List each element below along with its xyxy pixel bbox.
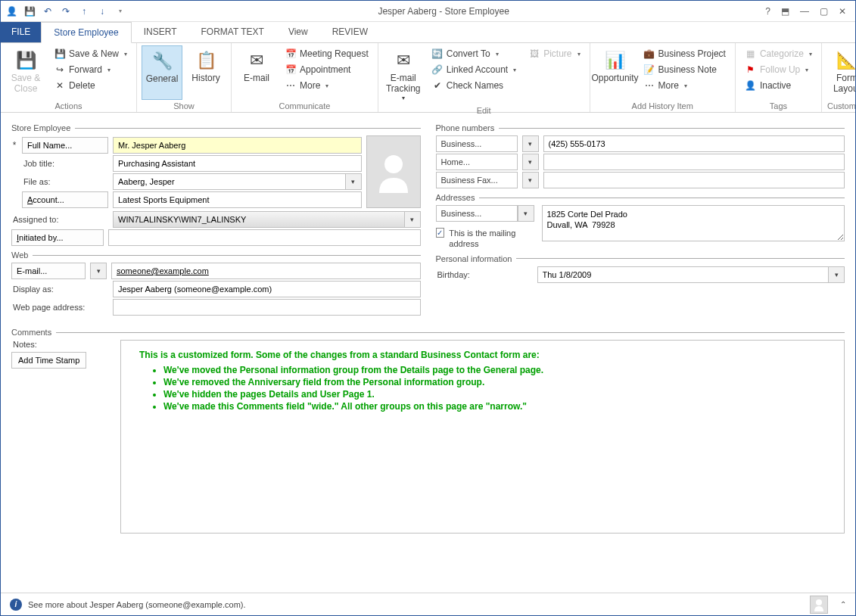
phone-fax-field[interactable] <box>543 172 845 188</box>
prev-arrow-icon[interactable]: ↑ <box>78 5 90 17</box>
file-as-dropdown[interactable]: ▾ <box>345 173 362 190</box>
general-button[interactable]: 🔧General <box>142 45 182 100</box>
contact-photo[interactable] <box>366 135 421 208</box>
birthday-label: Birthday: <box>436 270 533 279</box>
assigned-dropdown[interactable]: ▾ <box>404 211 421 228</box>
redo-icon[interactable]: ↷ <box>60 5 72 17</box>
phone-home-select[interactable]: Home... <box>436 154 518 170</box>
birthday-dropdown[interactable]: ▾ <box>828 266 845 283</box>
mailing-checkbox[interactable]: ✓ <box>436 228 445 238</box>
comm-more-button[interactable]: ⋯More <box>282 79 372 92</box>
meeting-button[interactable]: 📅Meeting Request <box>282 47 372 61</box>
web-field[interactable] <box>113 299 421 316</box>
undo-icon[interactable]: ↶ <box>42 5 54 17</box>
forward-button[interactable]: ↪Forward <box>51 63 130 76</box>
save-close-label: Save & Close <box>7 73 45 95</box>
inactive-button[interactable]: 👤Inactive <box>742 79 815 92</box>
addr-business-select[interactable]: Business... <box>436 205 518 222</box>
email-dropdown[interactable]: ▾ <box>90 263 107 279</box>
linked-button[interactable]: 🔗Linked Account <box>428 63 519 76</box>
save-icon[interactable]: 💾 <box>23 5 36 17</box>
info-icon[interactable]: i <box>10 599 22 611</box>
job-title-field[interactable] <box>113 155 362 172</box>
meeting-icon: 📅 <box>285 48 297 60</box>
assigned-field[interactable] <box>113 211 404 228</box>
tab-review[interactable]: REVIEW <box>320 22 380 42</box>
phone-business-select[interactable]: Business... <box>436 135 518 152</box>
email-button-field[interactable]: E-mail... <box>11 263 86 279</box>
appointment-icon: 📅 <box>285 64 297 76</box>
full-name-button[interactable]: Full Name... <box>22 137 108 154</box>
email-button[interactable]: ✉E-mail <box>236 45 277 100</box>
general-icon: 🔧 <box>150 49 174 73</box>
qat-dropdown-icon[interactable]: ▾ <box>114 5 126 17</box>
opportunity-button[interactable]: 📊Opportunity <box>595 45 636 100</box>
history-button[interactable]: 📋History <box>185 45 226 100</box>
phone-home-field[interactable] <box>543 154 845 170</box>
help-icon[interactable]: ? <box>765 6 770 17</box>
full-name-field[interactable] <box>113 137 362 154</box>
save-new-button[interactable]: 💾Save & New <box>51 47 130 61</box>
group-edit-label: Edit <box>383 104 585 117</box>
tab-store-employee[interactable]: Store Employee <box>41 22 131 43</box>
display-as-field[interactable] <box>113 281 421 297</box>
ribbon-toggle-icon[interactable]: ⬒ <box>781 6 789 17</box>
form-layout-button[interactable]: 📐Form Layout <box>826 45 856 100</box>
forward-icon: ↪ <box>54 64 66 76</box>
phone-business-dd[interactable]: ▾ <box>522 135 539 152</box>
account-button[interactable]: Account... <box>22 191 108 208</box>
tracking-icon: ✉ <box>391 48 416 73</box>
tab-file[interactable]: FILE <box>1 22 41 42</box>
tracking-button[interactable]: ✉E-mail Tracking▾ <box>383 45 424 104</box>
history-icon: 📋 <box>194 48 218 73</box>
people-pane-toggle[interactable]: ⌃ <box>840 600 846 608</box>
minimize-icon[interactable]: — <box>800 6 809 17</box>
picture-button[interactable]: 🖼Picture <box>525 47 583 61</box>
categorize-button[interactable]: ▦Categorize <box>742 47 815 61</box>
bproject-button[interactable]: 💼Business Project <box>640 47 729 61</box>
group-show-label: Show <box>142 100 226 112</box>
categorize-icon: ▦ <box>745 48 757 60</box>
hist-more-button[interactable]: ⋯More <box>640 79 729 92</box>
check-names-button[interactable]: ✔Check Names <box>428 79 519 92</box>
followup-button[interactable]: ⚑Follow Up <box>742 63 815 76</box>
tab-format-text[interactable]: FORMAT TEXT <box>189 22 276 42</box>
group-actions-label: Actions <box>5 100 132 112</box>
account-field[interactable] <box>113 191 362 208</box>
bnote-icon: 📝 <box>643 64 655 76</box>
maximize-icon[interactable]: ▢ <box>820 6 828 17</box>
next-arrow-icon[interactable]: ↓ <box>96 5 108 17</box>
inactive-icon: 👤 <box>745 79 757 92</box>
file-as-label: File as: <box>22 177 108 186</box>
appointment-button[interactable]: 📅Appointment <box>282 63 372 76</box>
check-icon: ✔ <box>431 79 444 92</box>
save-close-button[interactable]: 💾 Save & Close <box>5 45 46 100</box>
address-field[interactable] <box>542 205 845 241</box>
delete-button[interactable]: ✕Delete <box>51 79 130 92</box>
phone-fax-dd[interactable]: ▾ <box>522 172 539 188</box>
initiated-button[interactable]: Initiated by... <box>11 229 104 246</box>
birthday-field[interactable] <box>537 266 829 283</box>
tab-view[interactable]: View <box>276 22 320 42</box>
notes-body[interactable]: This is a customized form. Some of the c… <box>120 340 845 534</box>
status-bar: i See more about Jesper Aaberg (someone@… <box>1 593 855 615</box>
email-field[interactable] <box>111 263 421 279</box>
bnote-button[interactable]: 📝Business Note <box>640 63 729 76</box>
save-close-icon: 💾 <box>14 48 38 73</box>
people-pane-avatar[interactable] <box>810 596 828 614</box>
phone-business-field[interactable] <box>543 135 845 152</box>
picture-icon: 🖼 <box>528 48 540 60</box>
phone-fax-select[interactable]: Business Fax... <box>436 172 518 188</box>
file-as-field[interactable] <box>113 173 345 190</box>
close-icon[interactable]: ✕ <box>839 6 846 17</box>
addr-business-dd[interactable]: ▾ <box>518 205 534 222</box>
notes-intro: This is a customized form. Some of the c… <box>139 350 826 360</box>
section-store-employee: Store Employee <box>11 123 421 132</box>
convert-button[interactable]: 🔄Convert To <box>428 47 519 61</box>
quick-access-toolbar: 👤 💾 ↶ ↷ ↑ ↓ ▾ <box>1 5 131 17</box>
initiated-field[interactable] <box>108 229 421 246</box>
phone-home-dd[interactable]: ▾ <box>522 154 539 170</box>
window-title: Jesper Aaberg - Store Employee <box>131 6 756 17</box>
add-timestamp-button[interactable]: Add Time Stamp <box>11 352 86 369</box>
tab-insert[interactable]: INSERT <box>132 22 189 42</box>
